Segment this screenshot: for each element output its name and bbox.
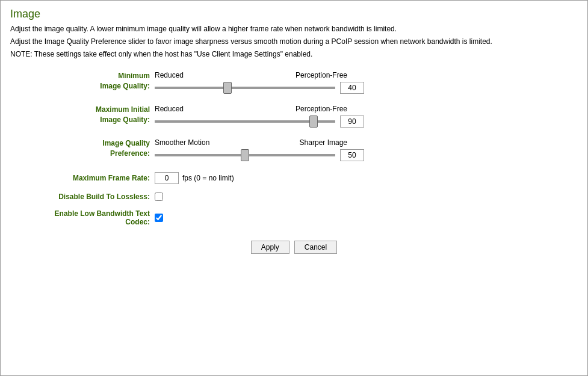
maximum-initial-image-quality-right-label: Perception-Free	[296, 105, 347, 113]
maximum-initial-image-quality-value[interactable]	[340, 116, 364, 128]
enable-low-bandwidth-text-codec-row: Enable Low Bandwidth TextCodec:	[46, 209, 578, 226]
maximum-initial-image-quality-slider-row	[155, 116, 364, 128]
minimum-image-quality-left-label: Reduced	[155, 71, 184, 79]
settings-area: MinimumImage Quality: Reduced Perception…	[46, 71, 578, 226]
minimum-image-quality-row: MinimumImage Quality: Reduced Perception…	[46, 71, 578, 94]
minimum-image-quality-labels: Reduced Perception-Free	[155, 71, 347, 79]
enable-low-bandwidth-text-codec-label: Enable Low Bandwidth TextCodec:	[46, 209, 155, 226]
apply-button[interactable]: Apply	[251, 241, 289, 254]
image-quality-preference-label: Image QualityPreference:	[46, 138, 155, 159]
cancel-button[interactable]: Cancel	[294, 241, 337, 254]
maximum-frame-rate-label: Maximum Frame Rate:	[46, 174, 155, 182]
page-title: Image	[10, 8, 578, 20]
minimum-image-quality-control: Reduced Perception-Free	[155, 71, 364, 94]
image-quality-preference-value[interactable]	[340, 149, 364, 161]
minimum-image-quality-slider-row	[155, 82, 364, 94]
page-container: Image Adjust the image quality. A lower …	[0, 0, 588, 376]
minimum-image-quality-value[interactable]	[340, 82, 364, 94]
disable-build-to-lossless-row: Disable Build To Lossless:	[46, 193, 578, 201]
maximum-initial-image-quality-row: Maximum InitialImage Quality: Reduced Pe…	[46, 105, 578, 128]
maximum-frame-rate-row: Maximum Frame Rate: fps (0 = no limit)	[46, 172, 578, 184]
maximum-initial-image-quality-labels: Reduced Perception-Free	[155, 105, 347, 113]
image-quality-preference-labels: Smoother Motion Sharper Image	[155, 138, 347, 147]
image-quality-preference-left-label: Smoother Motion	[155, 138, 209, 147]
image-quality-preference-slider[interactable]	[155, 154, 335, 156]
disable-build-to-lossless-label: Disable Build To Lossless:	[46, 193, 155, 201]
maximum-initial-image-quality-left-label: Reduced	[155, 105, 184, 113]
maximum-initial-image-quality-slider[interactable]	[155, 120, 335, 123]
image-quality-preference-control: Smoother Motion Sharper Image	[155, 138, 364, 161]
enable-low-bandwidth-text-codec-checkbox[interactable]	[155, 214, 163, 222]
image-quality-preference-slider-row	[155, 149, 364, 161]
minimum-image-quality-slider[interactable]	[155, 87, 335, 89]
description-text-1: Adjust the image quality. A lower minimu…	[10, 24, 578, 34]
maximum-frame-rate-input[interactable]	[155, 172, 179, 184]
minimum-image-quality-label: MinimumImage Quality:	[46, 71, 155, 91]
note-text: NOTE: These settings take effect only wh…	[10, 49, 578, 60]
image-quality-preference-right-label: Sharper Image	[300, 138, 347, 147]
maximum-initial-image-quality-control: Reduced Perception-Free	[155, 105, 364, 128]
description-text-2: Adjust the Image Quality Preference slid…	[10, 37, 578, 47]
maximum-initial-image-quality-label: Maximum InitialImage Quality:	[46, 105, 155, 125]
minimum-image-quality-right-label: Perception-Free	[296, 71, 347, 79]
fps-unit: fps (0 = no limit)	[182, 174, 234, 182]
image-quality-preference-row: Image QualityPreference: Smoother Motion…	[46, 138, 578, 161]
disable-build-to-lossless-checkbox[interactable]	[155, 193, 163, 201]
button-row: Apply Cancel	[10, 241, 578, 254]
